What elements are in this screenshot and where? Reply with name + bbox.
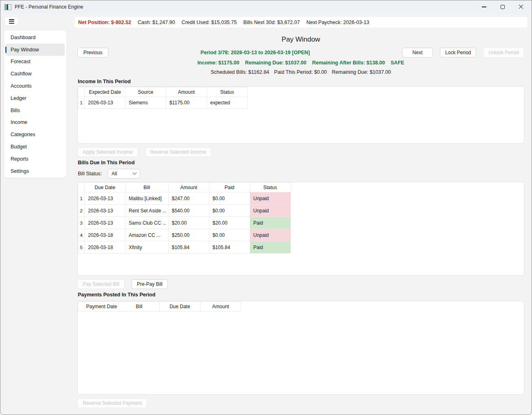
sidebar-item-dashboard[interactable]: Dashboard xyxy=(6,31,65,44)
sidebar-item-reports[interactable]: Reports xyxy=(6,153,65,165)
bill-name-cell[interactable]: Xfinity xyxy=(125,241,169,254)
payments-col-due-date: Due Date xyxy=(160,302,200,311)
bill-status-cell[interactable]: Unpaid xyxy=(250,192,290,205)
minimize-button[interactable] xyxy=(475,0,493,13)
bills-header-row: Due Date Bill Amount Paid Status xyxy=(78,183,291,192)
income-row[interactable]: 1 2026-03-13 Siemens $1175.00 expected xyxy=(78,97,248,109)
bills-next-30d-value: Bills Next 30d: $3,672.07 xyxy=(243,20,300,25)
bill-row[interactable]: 1 2026-03-13 Malibu [Linked] $247.00 $0.… xyxy=(78,192,291,205)
bill-due-date-cell[interactable]: 2026-03-18 xyxy=(85,241,125,254)
bill-paid-cell[interactable]: $0.00 xyxy=(209,192,250,205)
row-number[interactable]: 4 xyxy=(78,229,85,241)
next-paycheck-value: Next Paycheck: 2026-03-13 xyxy=(306,20,369,25)
row-number[interactable]: 1 xyxy=(78,192,85,205)
reverse-selected-payment-button[interactable]: Reverse Selected Payment xyxy=(77,398,147,408)
bill-status-filter-label: Bill Status: xyxy=(78,171,102,177)
unlock-period-button[interactable]: Unlock Period xyxy=(483,48,524,57)
bill-due-date-cell[interactable]: 2026-03-13 xyxy=(85,217,125,229)
income-source-cell[interactable]: Siemens xyxy=(125,97,166,109)
bill-status-cell[interactable]: Paid xyxy=(250,241,290,254)
status-bar: Net Position: $-802.52 Cash: $1,247.90 C… xyxy=(74,16,528,28)
titlebar: PFE - Personal Finance Engine xyxy=(0,0,532,13)
bill-status-cell[interactable]: Paid xyxy=(250,217,290,229)
pay-window-panel: Pay Window Previous Period 3/78: 2026-03… xyxy=(77,33,524,412)
sidebar-nav: Dashboard Pay Window Forecast Cashflow A… xyxy=(4,30,67,178)
bill-amount-cell[interactable]: $247.00 xyxy=(168,192,209,205)
next-period-button[interactable]: Next xyxy=(402,48,433,57)
pre-pay-bill-button[interactable]: Pre-Pay Bill xyxy=(132,279,168,289)
sidebar-item-budget[interactable]: Budget xyxy=(6,141,65,153)
summary-remaining-due-2: Remaining Due: $1037.00 xyxy=(332,69,391,75)
summary-safety-status: SAFE xyxy=(391,60,404,66)
row-number[interactable]: 3 xyxy=(78,217,85,229)
maximize-button[interactable] xyxy=(493,0,512,13)
summary-income: Income: $1175.00 xyxy=(198,60,240,66)
income-actions: Apply Selected Income Reverse Selected I… xyxy=(77,147,211,157)
window-title: PFE - Personal Finance Engine xyxy=(15,4,83,10)
apply-selected-income-button[interactable]: Apply Selected Income xyxy=(77,147,138,157)
bill-actions: Pay Selected Bill Pre-Pay Bill xyxy=(77,279,168,289)
sidebar-item-cashflow[interactable]: Cashflow xyxy=(6,68,65,80)
income-col-amount: Amount xyxy=(166,87,207,97)
bill-paid-cell[interactable]: $0.00 xyxy=(209,229,250,241)
bill-amount-cell[interactable]: $20.00 xyxy=(168,217,209,229)
summary-remaining-due: Remaining Due: $1037.00 xyxy=(245,60,306,66)
previous-period-button[interactable]: Previous xyxy=(77,48,108,57)
income-col-expected-date: Expected Date xyxy=(85,87,125,97)
sidebar-item-pay-window[interactable]: Pay Window xyxy=(6,44,65,56)
bill-status-select[interactable]: All xyxy=(108,169,140,179)
bill-name-cell[interactable]: Malibu [Linked] xyxy=(125,192,169,205)
income-col-source: Source xyxy=(125,87,166,97)
bill-due-date-cell[interactable]: 2026-03-13 xyxy=(85,205,125,217)
bill-amount-cell[interactable]: $250.00 xyxy=(168,229,209,241)
sidebar-item-settings[interactable]: Settings xyxy=(6,165,65,177)
payments-table: Payment Date Bill Due Date Amount xyxy=(77,301,524,395)
bill-row[interactable]: 2 2026-03-13 Rent Set Aside ... $540.00 … xyxy=(78,205,291,217)
row-number[interactable]: 2 xyxy=(78,205,85,217)
bill-paid-cell[interactable]: $20.00 xyxy=(209,217,250,229)
bills-table: Due Date Bill Amount Paid Status 1 2026-… xyxy=(77,182,524,276)
income-amount-cell[interactable]: $1175.00 xyxy=(166,97,207,109)
bill-amount-cell[interactable]: $540.00 xyxy=(168,205,209,217)
bill-status-cell[interactable]: Unpaid xyxy=(250,205,290,217)
bill-name-cell[interactable]: Rent Set Aside ... xyxy=(125,205,169,217)
bill-row[interactable]: 4 2026-03-18 Amazon CC ... $250.00 $0.00… xyxy=(78,229,291,241)
sidebar-item-accounts[interactable]: Accounts xyxy=(6,80,65,92)
bill-row[interactable]: 5 2026-03-18 Xfinity $105.84 $105.84 Pai… xyxy=(78,241,291,254)
sidebar-item-ledger[interactable]: Ledger xyxy=(6,92,65,104)
payments-col-bill: Bill xyxy=(119,302,160,311)
bill-due-date-cell[interactable]: 2026-03-13 xyxy=(85,192,125,205)
row-number[interactable]: 5 xyxy=(78,241,85,254)
bill-paid-cell[interactable]: $0.00 xyxy=(209,205,250,217)
period-controls: Previous Period 3/78: 2026-03-13 to 2026… xyxy=(77,48,524,57)
app-icon xyxy=(4,4,11,10)
bill-paid-cell[interactable]: $105.84 xyxy=(209,241,250,254)
menu-button[interactable] xyxy=(4,16,18,26)
bill-name-cell[interactable]: Sams Club CC ... xyxy=(125,217,169,229)
bill-row[interactable]: 3 2026-03-13 Sams Club CC ... $20.00 $20… xyxy=(78,217,291,229)
sidebar-item-forecast[interactable]: Forecast xyxy=(6,56,65,68)
payments-col-amount: Amount xyxy=(200,302,241,311)
sidebar-item-income[interactable]: Income xyxy=(6,117,65,129)
net-position-value: Net Position: $-802.52 xyxy=(78,20,131,25)
income-expected-date-cell[interactable]: 2026-03-13 xyxy=(85,97,125,109)
pay-selected-bill-button[interactable]: Pay Selected Bill xyxy=(77,279,125,289)
bill-status-filter: Bill Status: All xyxy=(78,169,140,179)
summary-remaining-after-bills: Remaining After Bills: $138.00 xyxy=(312,60,385,66)
bills-col-paid: Paid xyxy=(209,183,250,192)
payments-header-row: Payment Date Bill Due Date Amount xyxy=(78,302,241,311)
lock-period-button[interactable]: Lock Period xyxy=(440,48,476,57)
period-summary-secondary: Scheduled Bills: $1162.84 Paid This Peri… xyxy=(77,69,524,75)
bill-amount-cell[interactable]: $105.84 xyxy=(168,241,209,254)
row-number[interactable]: 1 xyxy=(78,97,85,109)
income-status-cell[interactable]: expected xyxy=(207,97,248,109)
bill-name-cell[interactable]: Amazon CC ... xyxy=(125,229,169,241)
payment-actions: Reverse Selected Payment xyxy=(77,398,147,408)
close-button[interactable] xyxy=(512,0,530,13)
reverse-selected-income-button[interactable]: Reverse Selected Income xyxy=(145,147,211,157)
bill-status-cell[interactable]: Unpaid xyxy=(250,229,290,241)
bill-due-date-cell[interactable]: 2026-03-18 xyxy=(85,229,125,241)
bills-col-due-date: Due Date xyxy=(85,183,125,192)
sidebar-item-categories[interactable]: Categories xyxy=(6,128,65,141)
sidebar-item-bills[interactable]: Bills xyxy=(6,104,65,117)
